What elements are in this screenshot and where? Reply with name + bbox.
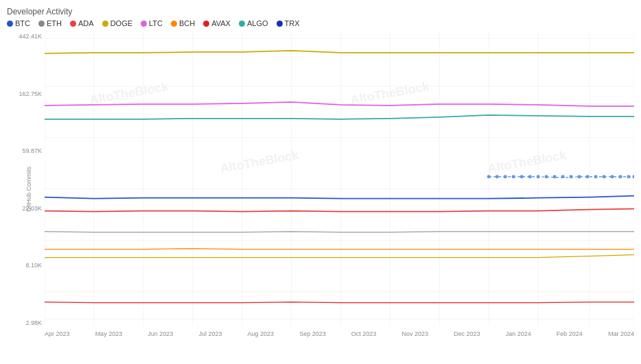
y-axis-label: 59.87K (7, 147, 42, 154)
trx-dot (512, 175, 515, 178)
trx-dot (520, 175, 524, 178)
x-axis-label: Jan 2024 (506, 330, 531, 337)
trx-dot (627, 175, 631, 178)
x-axis-label: Oct 2023 (351, 330, 377, 337)
trx-dot (537, 175, 540, 178)
trx-dot (528, 175, 532, 178)
legend-item-eth: ETH (38, 19, 62, 27)
trx-dot (586, 175, 590, 178)
bch-line (45, 249, 634, 250)
legend-item-btc: BTC (7, 19, 30, 27)
trx-dot (619, 175, 622, 178)
legend-dot-avax (203, 21, 209, 27)
trx-dot (603, 175, 606, 178)
x-axis-label: May 2023 (95, 330, 123, 337)
legend-dot-eth (38, 21, 45, 27)
legend-label-doge: DOGE (110, 19, 132, 27)
legend-dot-doge (102, 21, 108, 27)
legend-item-algo: ALGO (239, 19, 268, 27)
legend-dot-ada (70, 21, 76, 27)
btc-line (45, 196, 634, 199)
legend-label-bch: BCH (179, 19, 195, 27)
legend-dot-bch (171, 21, 177, 27)
ada-line (45, 209, 634, 212)
chart-legend: BTCETHADADOGELTCBCHAVAXALGOTRX (7, 19, 634, 27)
legend-item-ltc: LTC (141, 19, 163, 27)
trx-dot (633, 175, 634, 178)
trx-dot (611, 175, 614, 178)
chart-svg (45, 32, 634, 326)
doge-bottom-line (45, 255, 634, 258)
trx-dot (496, 175, 499, 178)
legend-dot-algo (239, 21, 245, 27)
legend-dot-trx (277, 21, 283, 27)
y-axis-label: 22.03K (7, 205, 42, 212)
eth-line (45, 232, 634, 232)
legend-dot-btc (7, 21, 13, 27)
x-axis-label: Jul 2023 (198, 330, 222, 337)
y-axis-label: 8.10K (7, 262, 42, 269)
legend-item-avax: AVAX (203, 19, 231, 27)
x-axis-label: Dec 2023 (454, 330, 480, 337)
avax-line (45, 302, 634, 303)
legend-item-doge: DOGE (102, 19, 132, 27)
x-axis-labels: Apr 2023May 2023Jun 2023Jul 2023Aug 2023… (45, 328, 634, 347)
x-axis-label: Feb 2024 (557, 330, 583, 337)
legend-item-ada: ADA (70, 19, 94, 27)
y-axis-label: 2.98K (7, 319, 42, 326)
y-axis-label: 442.41K (7, 33, 42, 40)
trx-dot (487, 175, 491, 178)
trx-dot (594, 175, 598, 178)
x-axis-label: Mar 2024 (608, 330, 634, 337)
legend-label-algo: ALGO (247, 19, 268, 27)
chart-container: Developer Activity BTCETHADADOGELTCBCHAV… (0, 0, 641, 364)
x-axis-label: Nov 2023 (401, 330, 428, 337)
x-axis-label: Jun 2023 (148, 330, 173, 337)
x-axis-label: Apr 2023 (45, 330, 70, 337)
trx-dot (561, 175, 565, 178)
legend-label-btc: BTC (15, 19, 30, 27)
y-axis-labels: 442.41K162.75K59.87K22.03K8.10K2.98K (7, 32, 45, 326)
ltc-line (45, 102, 634, 106)
doge-line (45, 51, 634, 53)
trx-dot (504, 175, 507, 178)
x-axis-label: Aug 2023 (248, 330, 275, 337)
chart-area: AltoTheBlock AltoTheBlock AltoTheBlock A… (7, 32, 634, 347)
x-axis-label: Sep 2023 (299, 330, 326, 337)
legend-label-avax: AVAX (211, 19, 231, 27)
legend-label-ada: ADA (78, 19, 94, 27)
legend-label-ltc: LTC (149, 19, 163, 27)
trx-dot (578, 175, 581, 178)
legend-dot-ltc (141, 21, 147, 27)
algo-line (45, 115, 634, 119)
trx-dot (570, 175, 573, 178)
chart-title: Developer Activity (7, 7, 634, 16)
legend-item-trx: TRX (277, 19, 300, 27)
legend-label-trx: TRX (285, 19, 300, 27)
trx-dot (553, 175, 557, 178)
legend-item-bch: BCH (171, 19, 195, 27)
legend-label-eth: ETH (47, 19, 62, 27)
trx-dot (545, 175, 548, 178)
y-axis-label: 162.75K (7, 90, 42, 97)
